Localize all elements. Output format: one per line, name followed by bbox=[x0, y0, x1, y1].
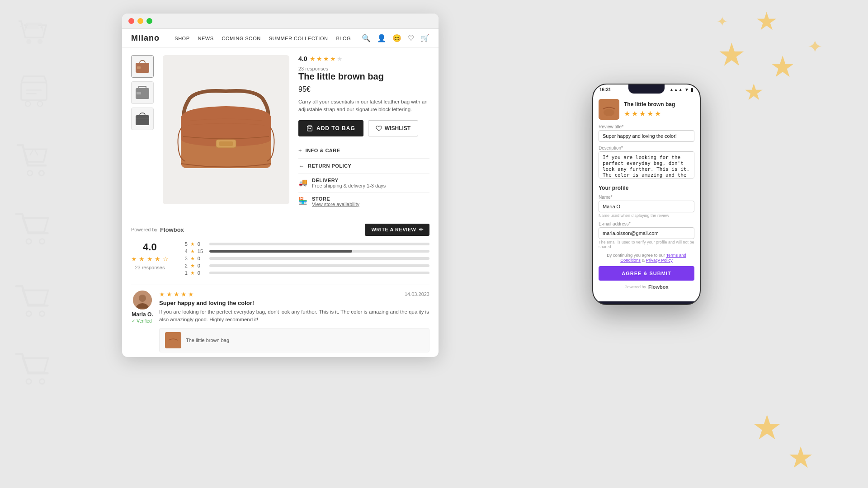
svg-point-12 bbox=[39, 311, 44, 316]
svg-point-25 bbox=[139, 295, 146, 302]
return-policy-accordion[interactable]: ← RETURN POLICY bbox=[298, 159, 429, 174]
review-date: 14.03.2023 bbox=[405, 291, 429, 297]
svg-point-0 bbox=[26, 39, 31, 44]
nav-links: SHOP NEWS COMING SOON SUMMER COLLECTION … bbox=[175, 36, 351, 41]
edit-icon: ✏ bbox=[419, 227, 424, 233]
signal-icon: ▲▲▲ bbox=[669, 87, 683, 92]
rating-bars: 5 ★ 0 4 ★ 15 3 ★ 0 2 bbox=[182, 241, 429, 277]
powered-by-row: Powered by Flowbox WRITE A REVIEW ✏ bbox=[131, 224, 429, 236]
browser-window: Milano SHOP NEWS COMING SOON SUMMER COLL… bbox=[122, 14, 439, 357]
phone-email-input[interactable] bbox=[599, 227, 694, 239]
svg-point-1 bbox=[38, 39, 42, 44]
phone-name-hint: Name used when displaying the review bbox=[599, 213, 694, 218]
svg-point-11 bbox=[26, 311, 31, 316]
star-3: ★ bbox=[323, 55, 329, 62]
phone-review-title-input[interactable] bbox=[599, 130, 694, 142]
svg-point-10 bbox=[39, 239, 44, 244]
svg-point-13 bbox=[26, 379, 31, 384]
product-accordion: + INFO & CARE ← RETURN POLICY bbox=[298, 143, 429, 174]
svg-point-6 bbox=[38, 101, 42, 106]
window-minimize-dot[interactable] bbox=[137, 18, 143, 24]
rating-count: 23 responses bbox=[298, 66, 429, 71]
store-availability-link[interactable]: View store availability bbox=[312, 202, 359, 207]
review-card: Maria O. ✓ Verified ★ ★ ★ ★ ★ 14.03.2023… bbox=[131, 285, 429, 357]
write-review-button[interactable]: WRITE A REVIEW ✏ bbox=[365, 224, 429, 236]
nav-shop[interactable]: SHOP bbox=[175, 36, 189, 41]
svg-point-9 bbox=[26, 239, 31, 244]
agree-submit-button[interactable]: AGREE & SUBMIT bbox=[599, 266, 694, 281]
reviewer-avatar bbox=[133, 291, 152, 310]
review-product-name: The little brown bag bbox=[186, 338, 229, 343]
product-info: 4.0 ★ ★ ★ ★ ★ 23 responses The little br… bbox=[298, 55, 429, 211]
phone-product-name: The little brown bag bbox=[624, 101, 675, 108]
add-to-bag-button[interactable]: ADD TO BAG bbox=[298, 120, 363, 136]
star-2: ★ bbox=[316, 55, 322, 62]
store-info: 🏪 STORE View store availability bbox=[298, 192, 429, 211]
store-text: STORE View store availability bbox=[312, 196, 359, 207]
thumbnail-3[interactable] bbox=[131, 108, 154, 130]
window-maximize-dot[interactable] bbox=[146, 18, 152, 24]
svg-rect-18 bbox=[137, 92, 141, 94]
phone-email-hint: The email is used to verify your profile… bbox=[599, 240, 694, 249]
review-stars-row: ★ ★ ★ ★ ★ 14.03.2023 bbox=[159, 291, 429, 298]
phone-description-input[interactable]: If you are looking for the perfect every… bbox=[599, 151, 694, 178]
svg-point-5 bbox=[25, 101, 30, 106]
delivery-title: DELIVERY bbox=[312, 178, 386, 183]
privacy-link[interactable]: Privacy Policy bbox=[646, 258, 673, 263]
phone-name-label: Name* bbox=[599, 195, 694, 200]
arrow-left-icon: ← bbox=[298, 163, 304, 169]
bag-illustration bbox=[167, 84, 285, 175]
window-close-dot[interactable] bbox=[128, 18, 134, 24]
wishlist-icon[interactable]: ♡ bbox=[408, 34, 414, 42]
phone-notch bbox=[628, 84, 665, 94]
nav-news[interactable]: NEWS bbox=[198, 36, 214, 41]
overall-responses: 23 responses bbox=[131, 265, 169, 270]
svg-rect-19 bbox=[136, 115, 149, 125]
check-icon: ✓ bbox=[132, 319, 135, 324]
delivery-subtitle: Free shipping & delivery 1-3 days bbox=[312, 183, 386, 188]
cart-icon[interactable]: 🛒 bbox=[420, 34, 429, 42]
plus-icon: + bbox=[298, 147, 302, 154]
nav-coming-soon[interactable]: COMING SOON bbox=[222, 36, 261, 41]
search-icon[interactable]: 🔍 bbox=[362, 34, 371, 42]
nav-summer[interactable]: SUMMER COLLECTION bbox=[269, 36, 328, 41]
phone-terms: By continuing you agree to our Terms and… bbox=[599, 253, 694, 263]
phone-product-row: The little brown bag ★ ★ ★ ★ ★ bbox=[599, 99, 694, 120]
phone-description-label: Description* bbox=[599, 145, 694, 150]
product-description: Carry all your essentials in our latest … bbox=[298, 98, 429, 114]
phone-email-label: E-mail address* bbox=[599, 221, 694, 226]
reviewer-info: Maria O. ✓ Verified bbox=[132, 311, 153, 353]
info-care-accordion[interactable]: + INFO & CARE bbox=[298, 143, 429, 159]
phone-name-input[interactable] bbox=[599, 201, 694, 212]
bar-row-2: 2 ★ 0 bbox=[182, 263, 429, 269]
nav-blog[interactable]: BLOG bbox=[336, 36, 351, 41]
bag-icon bbox=[307, 125, 313, 131]
svg-rect-4 bbox=[21, 83, 47, 100]
reviews-overview: 4.0 ★ ★ ★ ★ ☆ 23 responses 5 ★ 0 bbox=[131, 241, 429, 277]
star-1: ★ bbox=[310, 55, 316, 62]
bar-row-5: 5 ★ 0 bbox=[182, 241, 429, 247]
star-5: ★ bbox=[337, 55, 343, 62]
wishlist-button[interactable]: WISHLIST bbox=[368, 120, 418, 136]
mobile-phone: 16:31 ▲▲▲ ▼ ▮ The little brown bag ★ ★ bbox=[592, 84, 701, 305]
account-icon[interactable]: 👤 bbox=[377, 34, 386, 42]
powered-by: Powered by Flowbox bbox=[131, 226, 184, 233]
reviewer-name: Maria O. bbox=[132, 311, 153, 318]
truck-icon: 🚚 bbox=[298, 178, 307, 187]
svg-rect-16 bbox=[137, 66, 141, 69]
svg-point-7 bbox=[27, 171, 32, 176]
thumbnail-2[interactable] bbox=[131, 81, 154, 104]
phone-profile-section: Your profile bbox=[599, 185, 694, 191]
profile-icon[interactable]: 😊 bbox=[392, 34, 401, 42]
product-main-image bbox=[163, 55, 289, 204]
svg-point-8 bbox=[39, 171, 44, 176]
bar-row-1: 1 ★ 0 bbox=[182, 270, 429, 276]
rating-number: 4.0 bbox=[298, 55, 307, 62]
star-4: ★ bbox=[330, 55, 336, 62]
phone-bag-image bbox=[599, 99, 619, 120]
rating-summary: 4.0 ★ ★ ★ ★ ★ bbox=[298, 55, 429, 62]
thumbnail-1[interactable] bbox=[131, 55, 154, 78]
status-icons: ▲▲▲ ▼ ▮ bbox=[669, 87, 693, 92]
svg-rect-26 bbox=[165, 332, 181, 348]
svg-point-14 bbox=[39, 379, 44, 384]
